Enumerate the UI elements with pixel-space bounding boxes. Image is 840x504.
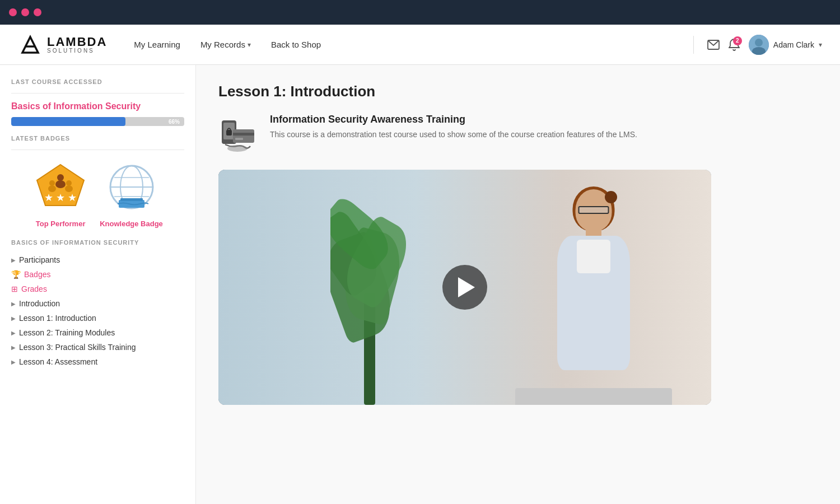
- badges-row: ★ ★ ★ Top Performer: [11, 159, 184, 228]
- svg-rect-26: [235, 138, 243, 140]
- progress-label: 66%: [169, 119, 180, 125]
- svg-point-11: [66, 180, 72, 186]
- lesson1-label: Lesson 1: Introduction: [19, 314, 96, 323]
- avatar-image: [749, 35, 769, 55]
- video-background: [218, 170, 711, 405]
- lesson4-arrow: ▶: [11, 359, 16, 365]
- course-section-nav: BASICS OF INFORMATION SECURITY ▶ Partici…: [11, 239, 184, 369]
- svg-rect-25: [233, 133, 254, 136]
- nav-right: 2 Adam Clark ▾: [689, 35, 822, 55]
- nav-back-to-shop[interactable]: Back to Shop: [271, 40, 321, 49]
- badges-link-label: Badges: [24, 270, 50, 279]
- top-bar: [0, 0, 840, 25]
- lesson1-arrow: ▶: [11, 315, 16, 321]
- content-area: Lesson 1: Introduction: [196, 65, 840, 504]
- svg-point-9: [49, 180, 55, 186]
- lesson4-label: Lesson 4: Assessment: [19, 357, 97, 366]
- window-dot-red: [9, 8, 17, 16]
- user-menu[interactable]: Adam Clark ▾: [749, 35, 822, 55]
- svg-point-8: [55, 180, 66, 188]
- svg-marker-0: [22, 37, 38, 53]
- sidebar-lesson3[interactable]: ▶ Lesson 3: Practical Skills Training: [11, 340, 184, 354]
- course-security-icon: [220, 114, 258, 154]
- mail-icon: [707, 40, 720, 50]
- svg-point-12: [65, 185, 73, 192]
- user-avatar: [749, 35, 769, 55]
- logo-solutions: SOLUTIONS: [47, 48, 107, 54]
- course-info-card: Information Security Awareness Training …: [218, 114, 818, 154]
- user-name: Adam Clark: [773, 40, 814, 49]
- progress-bar: 66%: [11, 117, 184, 126]
- svg-point-7: [57, 174, 64, 181]
- my-records-chevron: ▾: [248, 41, 251, 49]
- progress-fill: [11, 117, 125, 126]
- logo[interactable]: LAMBDA SOLUTIONS: [18, 32, 107, 57]
- badge-knowledge[interactable]: Knowledge Badge: [100, 159, 163, 228]
- top-performer-icon: ★ ★ ★: [32, 159, 88, 215]
- participants-arrow: ▶: [11, 257, 16, 263]
- course-info-title: Information Security Awareness Training: [270, 114, 637, 125]
- grades-link-label: Grades: [21, 284, 47, 293]
- knowledge-badge-label: Knowledge Badge: [100, 220, 163, 228]
- user-menu-chevron: ▾: [819, 41, 822, 49]
- last-course-label: LAST COURSE ACCESSED: [11, 78, 184, 85]
- course-info-desc: This course is a demonstration test cour…: [270, 129, 637, 141]
- lesson2-arrow: ▶: [11, 330, 16, 336]
- lesson2-label: Lesson 2: Training Modules: [19, 328, 115, 337]
- nav-my-records[interactable]: My Records ▾: [200, 40, 251, 49]
- latest-badges-label: LATEST BADGES: [11, 135, 184, 142]
- notifications-bell[interactable]: 2: [729, 39, 740, 51]
- svg-rect-20: [120, 198, 143, 201]
- lesson-title: Lesson 1: Introduction: [218, 83, 818, 100]
- course-section-label: BASICS OF INFORMATION SECURITY: [11, 239, 184, 246]
- lesson3-arrow: ▶: [11, 344, 16, 351]
- sidebar-participants[interactable]: ▶ Participants: [11, 253, 184, 267]
- lesson3-label: Lesson 3: Practical Skills Training: [19, 343, 136, 352]
- introduction-arrow: ▶: [11, 301, 16, 307]
- window-dot-yellow: [21, 8, 29, 16]
- svg-rect-24: [233, 129, 254, 143]
- course-icon: [218, 114, 259, 154]
- course-info-text: Information Security Awareness Training …: [270, 114, 637, 141]
- main-layout: LAST COURSE ACCESSED Basics of Informati…: [0, 65, 840, 504]
- badge-top-performer[interactable]: ★ ★ ★ Top Performer: [32, 159, 88, 228]
- last-course-section: LAST COURSE ACCESSED Basics of Informati…: [11, 78, 184, 126]
- nav-divider: [693, 36, 694, 54]
- play-button[interactable]: [442, 265, 487, 310]
- top-performer-svg: ★ ★ ★: [35, 162, 86, 212]
- svg-point-27: [227, 145, 248, 152]
- divider-1: [11, 93, 184, 94]
- svg-text:★ ★ ★: ★ ★ ★: [44, 192, 77, 203]
- knowledge-badge-icon: [104, 159, 160, 215]
- badges-section: LATEST BADGES: [11, 135, 184, 228]
- svg-rect-23: [226, 130, 232, 136]
- top-performer-label: Top Performer: [36, 220, 86, 228]
- svg-point-10: [48, 185, 56, 192]
- sidebar-grades[interactable]: ⊞ Grades: [11, 282, 184, 296]
- video-overlay: [218, 170, 711, 405]
- introduction-label: Introduction: [19, 299, 60, 308]
- nav-my-learning[interactable]: My Learning: [134, 40, 180, 49]
- sidebar-lesson1[interactable]: ▶ Lesson 1: Introduction: [11, 311, 184, 325]
- play-triangle-icon: [458, 277, 475, 297]
- badges-icon: 🏆: [11, 270, 21, 279]
- grades-icon: ⊞: [11, 284, 18, 293]
- window-dot-green: [34, 8, 41, 16]
- video-container[interactable]: [218, 170, 711, 405]
- sidebar-badges[interactable]: 🏆 Badges: [11, 267, 184, 282]
- navigation: LAMBDA SOLUTIONS My Learning My Records …: [0, 25, 840, 65]
- logo-lambda: LAMBDA: [47, 36, 107, 48]
- svg-point-4: [755, 39, 763, 46]
- sidebar-lesson2[interactable]: ▶ Lesson 2: Training Modules: [11, 325, 184, 340]
- sidebar-introduction[interactable]: ▶ Introduction: [11, 296, 184, 311]
- divider-2: [11, 150, 184, 150]
- last-course-title[interactable]: Basics of Information Security: [11, 101, 184, 111]
- sidebar: LAST COURSE ACCESSED Basics of Informati…: [0, 65, 196, 504]
- mail-button[interactable]: [707, 40, 720, 50]
- participants-label: Participants: [19, 255, 60, 264]
- logo-text: LAMBDA SOLUTIONS: [47, 36, 107, 54]
- sidebar-lesson4[interactable]: ▶ Lesson 4: Assessment: [11, 354, 184, 369]
- notification-badge: 2: [733, 36, 742, 45]
- knowledge-badge-svg: [106, 162, 157, 212]
- nav-links: My Learning My Records ▾ Back to Shop: [134, 40, 689, 49]
